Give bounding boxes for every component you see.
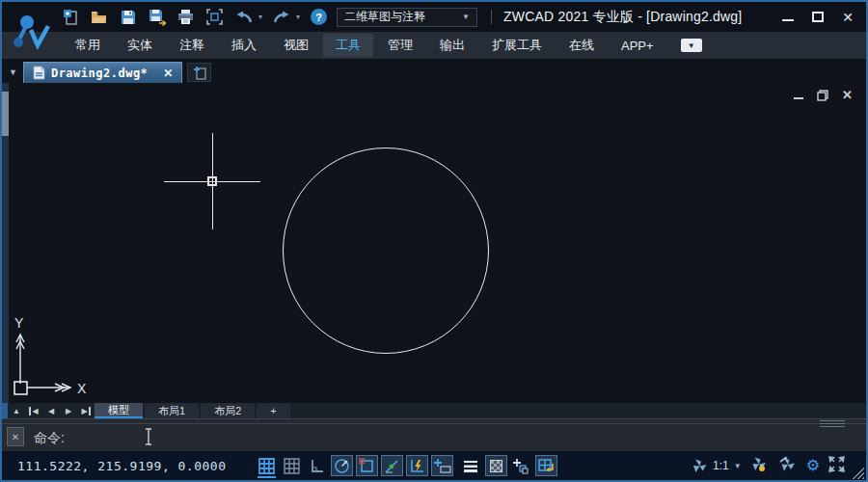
ucs-x-label: X bbox=[77, 381, 87, 396]
command-resize-grip[interactable] bbox=[820, 420, 845, 427]
new-file-icon bbox=[62, 9, 79, 26]
ribbon-tab-zaixian[interactable]: 在线 bbox=[556, 34, 607, 57]
ortho-icon bbox=[309, 458, 325, 474]
layout-tab-layout1[interactable]: 布局1 bbox=[145, 403, 199, 418]
doc-restore-icon bbox=[817, 90, 828, 101]
annotation-scale-dropdown-icon: ▼ bbox=[734, 462, 742, 470]
ribbon-tab-app-plus[interactable]: APP+ bbox=[609, 36, 666, 56]
maximize-button[interactable] bbox=[811, 11, 825, 24]
polar-tracking-icon bbox=[334, 458, 350, 474]
ribbon-tab-shiti[interactable]: 实体 bbox=[115, 34, 165, 57]
next-layout-button[interactable]: ▶ bbox=[60, 403, 77, 418]
ribbon-tab-shitu[interactable]: 视图 bbox=[271, 34, 321, 57]
coordinates-readout: 111.5222, 215.9199, 0.0000 bbox=[17, 459, 227, 473]
command-close-button[interactable]: ✕ bbox=[7, 427, 24, 446]
open-folder-icon bbox=[90, 8, 108, 26]
document-tab-close-icon[interactable]: ✕ bbox=[163, 67, 173, 80]
left-scrollbar-thumb[interactable] bbox=[2, 92, 9, 136]
dynamic-input-icon bbox=[433, 458, 451, 474]
minimize-button[interactable] bbox=[781, 11, 795, 24]
window-controls: ✕ bbox=[781, 2, 854, 32]
grid-display-toggle[interactable] bbox=[256, 455, 278, 476]
save-button[interactable] bbox=[118, 7, 138, 27]
redo-button[interactable] bbox=[271, 7, 291, 27]
command-line-panel[interactable]: ✕ 命令: bbox=[2, 418, 866, 451]
ribbon-tab-zhushi[interactable]: 注释 bbox=[167, 34, 217, 57]
annotation-scale-value: 1:1 bbox=[713, 459, 729, 472]
ribbon-tab-guanli[interactable]: 管理 bbox=[375, 34, 425, 57]
ribbon-tab-bar: 常用 实体 注释 插入 视图 工具 管理 输出 扩展工具 在线 APP+ ▼ bbox=[2, 32, 866, 59]
document-tab-drawing2[interactable]: Drawing2.dwg* ✕ bbox=[23, 62, 182, 83]
document-window-controls: ✕ bbox=[794, 88, 853, 102]
workspace-selector[interactable]: 二维草图与注释 ▼ bbox=[337, 8, 477, 27]
zwcad-logo-icon[interactable] bbox=[8, 13, 52, 57]
close-button[interactable]: ✕ bbox=[841, 11, 854, 24]
transparency-icon bbox=[490, 460, 502, 472]
title-separator bbox=[491, 10, 492, 24]
layout-tab-model[interactable]: 模型 bbox=[95, 403, 143, 418]
annotation-monitor-toggle[interactable] bbox=[535, 455, 557, 476]
undo-icon bbox=[234, 10, 254, 25]
window-title: ZWCAD 2021 专业版 - [Drawing2.dwg] bbox=[503, 9, 742, 26]
fullscreen-button[interactable] bbox=[828, 456, 845, 476]
drawn-circle-entity[interactable] bbox=[283, 147, 489, 354]
ribbon-tab-kuozhangongju[interactable]: 扩展工具 bbox=[479, 34, 555, 57]
help-button[interactable]: ? bbox=[309, 7, 329, 27]
titlebar: ▾ ▾ ? 二维草图与注释 ▼ ZWCAD 2021 专业版 - [Drawin… bbox=[2, 2, 866, 32]
printer-icon bbox=[176, 8, 195, 26]
status-toggles bbox=[256, 455, 557, 476]
polar-tracking-toggle[interactable] bbox=[331, 455, 353, 476]
first-layout-button[interactable]: ◀ bbox=[25, 403, 42, 418]
print-button[interactable] bbox=[176, 7, 196, 27]
expand-layouts-button[interactable]: ▲ bbox=[8, 403, 25, 418]
minimize-icon bbox=[782, 19, 794, 21]
doc-minimize-button[interactable] bbox=[794, 92, 803, 99]
lineweight-toggle[interactable] bbox=[460, 455, 482, 476]
ucs-icon: Y X bbox=[4, 312, 100, 401]
object-snap-toggle[interactable] bbox=[356, 455, 378, 476]
dynamic-ucs-toggle[interactable] bbox=[406, 455, 428, 476]
dynamic-input-toggle[interactable] bbox=[431, 455, 453, 476]
redo-history-caret[interactable]: ▾ bbox=[296, 13, 300, 21]
command-line-divider bbox=[2, 423, 866, 424]
last-layout-button[interactable]: ▶ bbox=[77, 403, 95, 418]
window-resize-grip[interactable] bbox=[850, 465, 864, 479]
document-list-dropdown[interactable]: ▼ bbox=[2, 67, 23, 83]
selection-cycling-toggle[interactable] bbox=[510, 455, 532, 476]
doc-close-button[interactable]: ✕ bbox=[842, 88, 853, 102]
open-file-button[interactable] bbox=[89, 7, 109, 27]
snap-mode-toggle[interactable] bbox=[281, 455, 303, 476]
doc-restore-button[interactable] bbox=[817, 90, 828, 101]
object-snap-tracking-toggle[interactable] bbox=[381, 455, 403, 476]
ribbon-collapse-button[interactable]: ▼ bbox=[681, 39, 702, 52]
ortho-mode-toggle[interactable] bbox=[306, 455, 328, 476]
ribbon-tab-changyong[interactable]: 常用 bbox=[63, 34, 113, 57]
new-tab-icon bbox=[192, 65, 207, 80]
undo-button[interactable] bbox=[233, 7, 254, 27]
snap-grid-icon bbox=[284, 458, 300, 474]
ribbon-tab-shuchu[interactable]: 输出 bbox=[427, 34, 477, 57]
auto-annotation-scale-button[interactable] bbox=[778, 456, 798, 476]
undo-history-caret[interactable]: ▾ bbox=[258, 13, 262, 21]
prev-layout-button[interactable]: ◀ bbox=[42, 403, 60, 418]
annotation-visibility-button[interactable] bbox=[750, 456, 770, 476]
add-layout-tab[interactable]: + bbox=[257, 403, 289, 418]
new-document-tab-button[interactable] bbox=[187, 63, 211, 82]
transparency-toggle[interactable] bbox=[485, 455, 507, 476]
new-file-button[interactable] bbox=[60, 7, 80, 27]
preview-button[interactable] bbox=[204, 7, 225, 27]
ribbon-tab-gongju[interactable]: 工具 bbox=[323, 34, 373, 57]
grid-icon bbox=[258, 458, 275, 474]
ribbon-tab-charu[interactable]: 插入 bbox=[219, 34, 269, 57]
layout-tab-bar: ▲ ◀ ◀ ▶ ▶ 模型 布局1 布局2 + bbox=[2, 403, 866, 418]
lineweight-icon bbox=[463, 459, 478, 473]
save-as-button[interactable] bbox=[147, 7, 167, 27]
last-layout-icon: ▶ bbox=[81, 407, 90, 415]
layout-tab-layout2[interactable]: 布局2 bbox=[201, 403, 255, 418]
first-layout-icon: ◀ bbox=[29, 407, 38, 415]
annotation-scale-icon bbox=[692, 458, 708, 474]
settings-gear-icon[interactable]: ⚙ bbox=[806, 458, 820, 473]
dwg-file-icon bbox=[33, 66, 45, 80]
drawing-canvas[interactable]: ✕ Y X bbox=[2, 83, 866, 403]
annotation-scale-button[interactable]: 1:1 ▼ bbox=[692, 458, 742, 474]
